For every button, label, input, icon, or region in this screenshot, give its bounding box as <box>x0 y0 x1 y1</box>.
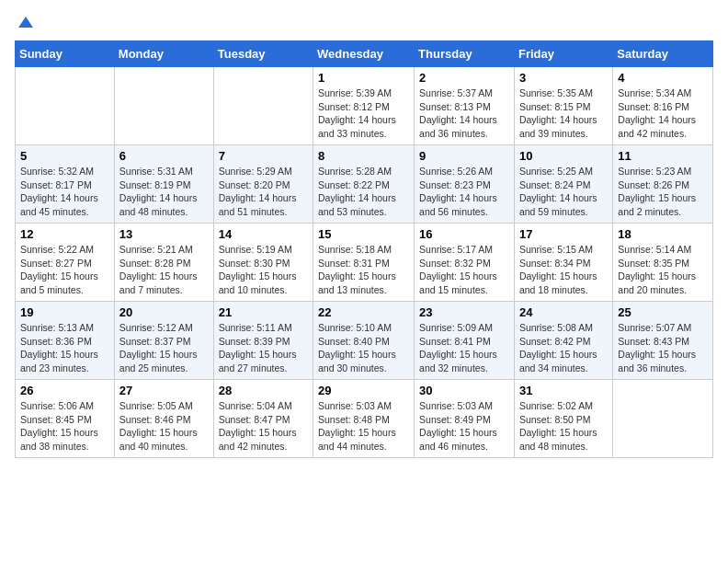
day-number: 30 <box>419 384 509 397</box>
calendar-week-row: 1Sunrise: 5:39 AM Sunset: 8:12 PM Daylig… <box>16 67 713 145</box>
calendar-cell: 30Sunrise: 5:03 AM Sunset: 8:49 PM Dayli… <box>415 380 515 458</box>
calendar-cell: 21Sunrise: 5:11 AM Sunset: 8:39 PM Dayli… <box>213 302 313 380</box>
day-number: 24 <box>519 305 608 319</box>
day-info: Sunrise: 5:05 AM Sunset: 8:46 PM Dayligh… <box>119 399 209 454</box>
svg-marker-0 <box>18 17 33 28</box>
calendar-week-row: 26Sunrise: 5:06 AM Sunset: 8:45 PM Dayli… <box>16 380 713 458</box>
calendar-cell: 12Sunrise: 5:22 AM Sunset: 8:27 PM Dayli… <box>16 224 115 302</box>
calendar-cell: 2Sunrise: 5:37 AM Sunset: 8:13 PM Daylig… <box>415 67 515 145</box>
day-number: 12 <box>20 227 109 241</box>
day-number: 5 <box>20 149 109 163</box>
day-info: Sunrise: 5:08 AM Sunset: 8:42 PM Dayligh… <box>519 321 608 375</box>
day-info: Sunrise: 5:02 AM Sunset: 8:50 PM Dayligh… <box>519 399 608 454</box>
calendar-cell: 27Sunrise: 5:05 AM Sunset: 8:46 PM Dayli… <box>114 380 213 458</box>
calendar-cell <box>16 67 115 145</box>
day-info: Sunrise: 5:14 AM Sunset: 8:35 PM Dayligh… <box>618 243 708 297</box>
day-info: Sunrise: 5:19 AM Sunset: 8:30 PM Dayligh… <box>219 243 308 297</box>
day-number: 15 <box>318 227 409 241</box>
logo-icon <box>17 15 35 33</box>
calendar-cell: 28Sunrise: 5:04 AM Sunset: 8:47 PM Dayli… <box>213 380 313 458</box>
day-number: 27 <box>119 384 209 397</box>
day-info: Sunrise: 5:31 AM Sunset: 8:19 PM Dayligh… <box>119 165 209 219</box>
calendar-cell: 29Sunrise: 5:03 AM Sunset: 8:48 PM Dayli… <box>313 380 415 458</box>
day-number: 26 <box>20 384 109 397</box>
calendar-cell: 22Sunrise: 5:10 AM Sunset: 8:40 PM Dayli… <box>313 302 415 380</box>
day-number: 7 <box>219 149 308 163</box>
day-info: Sunrise: 5:29 AM Sunset: 8:20 PM Dayligh… <box>219 165 308 219</box>
calendar-cell <box>213 67 313 145</box>
day-number: 10 <box>519 149 608 163</box>
calendar-cell: 17Sunrise: 5:15 AM Sunset: 8:34 PM Dayli… <box>514 224 612 302</box>
day-info: Sunrise: 5:07 AM Sunset: 8:43 PM Dayligh… <box>618 321 708 375</box>
calendar-cell: 19Sunrise: 5:13 AM Sunset: 8:36 PM Dayli… <box>16 302 115 380</box>
day-number: 4 <box>618 71 708 85</box>
day-number: 19 <box>20 305 109 319</box>
day-info: Sunrise: 5:10 AM Sunset: 8:40 PM Dayligh… <box>318 321 409 375</box>
day-number: 31 <box>519 384 608 397</box>
day-number: 17 <box>519 227 608 241</box>
calendar-cell: 11Sunrise: 5:23 AM Sunset: 8:26 PM Dayli… <box>613 145 713 224</box>
day-info: Sunrise: 5:03 AM Sunset: 8:48 PM Dayligh… <box>318 399 409 454</box>
calendar-cell: 20Sunrise: 5:12 AM Sunset: 8:37 PM Dayli… <box>114 302 213 380</box>
calendar-table: SundayMondayTuesdayWednesdayThursdayFrid… <box>15 40 713 458</box>
day-info: Sunrise: 5:39 AM Sunset: 8:12 PM Dayligh… <box>318 86 409 141</box>
day-info: Sunrise: 5:13 AM Sunset: 8:36 PM Dayligh… <box>20 321 109 375</box>
calendar-cell: 15Sunrise: 5:18 AM Sunset: 8:31 PM Dayli… <box>313 224 415 302</box>
calendar-cell: 23Sunrise: 5:09 AM Sunset: 8:41 PM Dayli… <box>415 302 515 380</box>
day-number: 1 <box>318 71 409 85</box>
calendar-week-row: 19Sunrise: 5:13 AM Sunset: 8:36 PM Dayli… <box>16 302 713 380</box>
day-info: Sunrise: 5:25 AM Sunset: 8:24 PM Dayligh… <box>519 165 608 219</box>
day-info: Sunrise: 5:06 AM Sunset: 8:45 PM Dayligh… <box>20 399 109 454</box>
page-header <box>15 15 713 31</box>
calendar-cell: 16Sunrise: 5:17 AM Sunset: 8:32 PM Dayli… <box>415 224 515 302</box>
calendar-cell <box>613 380 713 458</box>
day-of-week-header: Tuesday <box>213 41 313 67</box>
day-of-week-header: Friday <box>514 41 612 67</box>
day-number: 23 <box>419 305 509 319</box>
day-number: 11 <box>618 149 708 163</box>
day-info: Sunrise: 5:11 AM Sunset: 8:39 PM Dayligh… <box>219 321 308 375</box>
calendar-cell: 3Sunrise: 5:35 AM Sunset: 8:15 PM Daylig… <box>514 67 612 145</box>
day-info: Sunrise: 5:35 AM Sunset: 8:15 PM Dayligh… <box>519 86 608 141</box>
day-info: Sunrise: 5:17 AM Sunset: 8:32 PM Dayligh… <box>419 243 509 297</box>
day-number: 21 <box>219 305 308 319</box>
day-number: 25 <box>618 305 708 319</box>
day-number: 16 <box>419 227 509 241</box>
day-info: Sunrise: 5:34 AM Sunset: 8:16 PM Dayligh… <box>618 86 708 141</box>
calendar-cell: 9Sunrise: 5:26 AM Sunset: 8:23 PM Daylig… <box>415 145 515 224</box>
calendar-cell <box>114 67 213 145</box>
day-number: 29 <box>318 384 409 397</box>
day-info: Sunrise: 5:04 AM Sunset: 8:47 PM Dayligh… <box>219 399 308 454</box>
day-of-week-header: Sunday <box>16 41 115 67</box>
day-info: Sunrise: 5:28 AM Sunset: 8:22 PM Dayligh… <box>318 165 409 219</box>
day-number: 14 <box>219 227 308 241</box>
day-info: Sunrise: 5:03 AM Sunset: 8:49 PM Dayligh… <box>419 399 509 454</box>
day-info: Sunrise: 5:18 AM Sunset: 8:31 PM Dayligh… <box>318 243 409 297</box>
calendar-cell: 1Sunrise: 5:39 AM Sunset: 8:12 PM Daylig… <box>313 67 415 145</box>
day-info: Sunrise: 5:22 AM Sunset: 8:27 PM Dayligh… <box>20 243 109 297</box>
calendar-cell: 24Sunrise: 5:08 AM Sunset: 8:42 PM Dayli… <box>514 302 612 380</box>
calendar-cell: 25Sunrise: 5:07 AM Sunset: 8:43 PM Dayli… <box>613 302 713 380</box>
day-info: Sunrise: 5:15 AM Sunset: 8:34 PM Dayligh… <box>519 243 608 297</box>
day-number: 3 <box>519 71 608 85</box>
day-info: Sunrise: 5:32 AM Sunset: 8:17 PM Dayligh… <box>20 165 109 219</box>
day-of-week-header: Thursday <box>415 41 515 67</box>
calendar-cell: 4Sunrise: 5:34 AM Sunset: 8:16 PM Daylig… <box>613 67 713 145</box>
day-number: 9 <box>419 149 509 163</box>
day-number: 18 <box>618 227 708 241</box>
day-info: Sunrise: 5:12 AM Sunset: 8:37 PM Dayligh… <box>119 321 209 375</box>
day-number: 2 <box>419 71 509 85</box>
day-info: Sunrise: 5:23 AM Sunset: 8:26 PM Dayligh… <box>618 165 708 219</box>
day-info: Sunrise: 5:09 AM Sunset: 8:41 PM Dayligh… <box>419 321 509 375</box>
calendar-week-row: 12Sunrise: 5:22 AM Sunset: 8:27 PM Dayli… <box>16 224 713 302</box>
calendar-cell: 8Sunrise: 5:28 AM Sunset: 8:22 PM Daylig… <box>313 145 415 224</box>
calendar-cell: 6Sunrise: 5:31 AM Sunset: 8:19 PM Daylig… <box>114 145 213 224</box>
calendar-cell: 13Sunrise: 5:21 AM Sunset: 8:28 PM Dayli… <box>114 224 213 302</box>
calendar-week-row: 5Sunrise: 5:32 AM Sunset: 8:17 PM Daylig… <box>16 145 713 224</box>
day-of-week-header: Saturday <box>613 41 713 67</box>
calendar-cell: 7Sunrise: 5:29 AM Sunset: 8:20 PM Daylig… <box>213 145 313 224</box>
logo <box>15 15 35 31</box>
day-number: 22 <box>318 305 409 319</box>
calendar-cell: 10Sunrise: 5:25 AM Sunset: 8:24 PM Dayli… <box>514 145 612 224</box>
day-info: Sunrise: 5:37 AM Sunset: 8:13 PM Dayligh… <box>419 86 509 141</box>
